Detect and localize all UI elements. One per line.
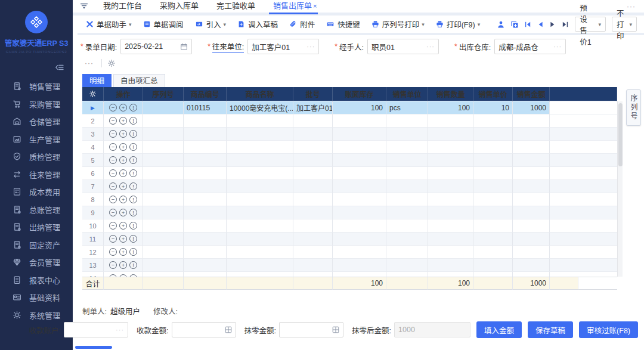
attachment-button[interactable]: 附件 [289, 18, 315, 30]
account-input[interactable]: ··· [64, 322, 128, 337]
col-qty[interactable]: 销售数量 [428, 87, 473, 101]
rounding-amount-value[interactable] [283, 326, 330, 334]
add-row-icon[interactable]: + [119, 182, 127, 190]
user-record-icon[interactable] [497, 20, 505, 29]
table-row[interactable]: 8 − + ! [82, 193, 617, 206]
remove-row-icon[interactable]: − [109, 222, 117, 230]
row-detail-icon[interactable]: ! [129, 222, 137, 230]
col-op[interactable]: 操作 [104, 87, 143, 101]
header-gear-cell[interactable] [82, 87, 104, 101]
cell-qty[interactable]: 100 [428, 101, 473, 114]
row-detail-icon[interactable]: ! [129, 235, 137, 243]
remove-row-icon[interactable]: − [109, 235, 117, 243]
scrollbar-thumb[interactable] [75, 346, 112, 349]
cell-batch[interactable]: 加工客户01 [293, 101, 333, 114]
sidebar-item-members[interactable]: 会员管理 [0, 253, 73, 271]
cell-amount[interactable]: 1000 [513, 101, 550, 114]
sidebar-item-base-data[interactable]: 基础资料 [0, 289, 73, 306]
close-tab-icon[interactable]: × [313, 2, 317, 10]
partner-value[interactable] [252, 42, 305, 51]
scrollbar-thumb[interactable] [618, 103, 623, 166]
row-detail-icon[interactable]: ! [129, 117, 137, 125]
entry-date-value[interactable] [125, 42, 178, 51]
tabs-more-button[interactable]: ··· [627, 2, 636, 11]
remove-row-icon[interactable]: − [109, 196, 117, 203]
table-row[interactable]: 10 − + ! [82, 219, 617, 233]
add-row-icon[interactable]: + [119, 196, 127, 203]
add-row-icon[interactable]: + [119, 169, 127, 177]
col-code[interactable]: 商品编号 [184, 87, 227, 101]
table-row[interactable]: 9 − + ! [82, 206, 617, 219]
remove-row-icon[interactable]: − [109, 169, 117, 177]
col-name[interactable]: 商品名称 [227, 87, 293, 101]
row-detail-icon[interactable]: ! [129, 169, 137, 177]
add-row-icon[interactable]: + [119, 143, 127, 151]
account-value[interactable] [68, 326, 114, 334]
add-row-icon[interactable]: + [119, 117, 127, 125]
calc-grid-icon[interactable] [332, 326, 339, 333]
lookup-ellipsis-icon[interactable]: ··· [553, 43, 562, 50]
remove-row-icon[interactable]: − [109, 104, 117, 111]
first-record-icon[interactable] [524, 21, 531, 28]
remove-row-icon[interactable]: − [109, 117, 117, 125]
sidebar-item-cost[interactable]: 成本费用 [0, 183, 73, 201]
add-row-icon[interactable]: + [119, 248, 127, 256]
print-mode-select[interactable]: 不打印 ▾ [612, 17, 637, 32]
print-button[interactable]: 打印(F9) ▾ [436, 18, 480, 30]
horizontal-scrollbar[interactable] [75, 346, 636, 349]
tab-list-filter-icon[interactable] [80, 2, 88, 10]
table-row-selected[interactable]: ▶ − + ! 010115 10000毫安充电宝(... 加工客户01 100… [82, 101, 617, 114]
more-fields-button[interactable]: ··· [82, 59, 96, 67]
warehouse-value[interactable] [499, 42, 552, 51]
row-detail-icon[interactable]: ! [129, 143, 137, 151]
prev-record-icon[interactable] [537, 21, 544, 28]
handler-value[interactable] [371, 42, 425, 51]
row-detail-icon[interactable]: ! [129, 156, 137, 164]
tab-detail[interactable]: 明细 [82, 74, 112, 87]
remove-row-icon[interactable]: − [109, 248, 117, 256]
cell-stock[interactable]: 100 [333, 101, 386, 114]
price-preset-select[interactable]: 预设售价1 ▾ [575, 17, 606, 32]
received-amount-input[interactable] [172, 322, 236, 337]
add-row-icon[interactable]: + [119, 261, 127, 269]
sidebar-item-production[interactable]: 生产管理 [0, 131, 73, 148]
partner-label-link[interactable]: 往来单位: [212, 41, 244, 53]
received-amount-value[interactable] [176, 326, 223, 334]
lookup-ellipsis-icon[interactable]: ··· [306, 43, 315, 50]
lookup-ellipsis-icon[interactable]: ··· [426, 43, 435, 50]
sidebar-collapse-button[interactable] [0, 54, 73, 73]
serial-number-side-tab[interactable]: 序列号 [626, 89, 641, 126]
table-row[interactable]: 11 − + ! [82, 233, 617, 246]
remove-row-icon[interactable]: − [109, 143, 117, 151]
remove-row-icon[interactable]: − [109, 261, 117, 269]
calc-grid-icon[interactable] [225, 326, 232, 333]
cell-price[interactable]: 10 [473, 101, 513, 114]
row-detail-icon[interactable]: ! [129, 196, 137, 203]
add-row-icon[interactable]: + [119, 130, 127, 138]
row-detail-icon[interactable]: ! [129, 182, 137, 190]
row-detail-icon[interactable]: ! [129, 261, 137, 269]
sidebar-item-system[interactable]: 系统管理 [0, 306, 73, 324]
table-row[interactable]: 13 − + ! [82, 259, 617, 272]
doc-helper-button[interactable]: 单据助手 ▾ [86, 18, 132, 30]
sidebar-item-fixed-assets[interactable]: 固定资产 [0, 236, 73, 254]
add-row-icon[interactable]: + [119, 209, 127, 216]
copy-add-icon[interactable] [510, 20, 519, 29]
add-row-icon[interactable]: + [119, 235, 127, 243]
cell-unit[interactable]: pcs [386, 101, 428, 114]
row-detail-icon[interactable]: ! [129, 104, 137, 111]
tab-sales-outbound[interactable]: 销售出库单× [264, 0, 326, 14]
table-row[interactable]: 14 − + ! [82, 272, 617, 277]
lookup-ellipsis-icon[interactable]: ··· [116, 326, 124, 333]
partner-input[interactable]: ··· [247, 39, 319, 54]
table-row[interactable]: 6 − + ! [82, 167, 617, 180]
col-stock[interactable]: 账面库存 [333, 87, 386, 101]
remove-row-icon[interactable]: − [109, 156, 117, 164]
col-batch[interactable]: 批号 [293, 87, 333, 101]
tab-completion-acceptance[interactable]: 完工验收单 [208, 0, 264, 14]
add-row-icon[interactable]: + [119, 222, 127, 230]
serial-print-button[interactable]: 序列号打印 ▾ [371, 18, 425, 30]
add-row-icon[interactable]: + [119, 156, 127, 164]
load-draft-button[interactable]: 调入草稿 [237, 18, 278, 30]
hotkeys-button[interactable]: 快捷键 [326, 18, 360, 30]
